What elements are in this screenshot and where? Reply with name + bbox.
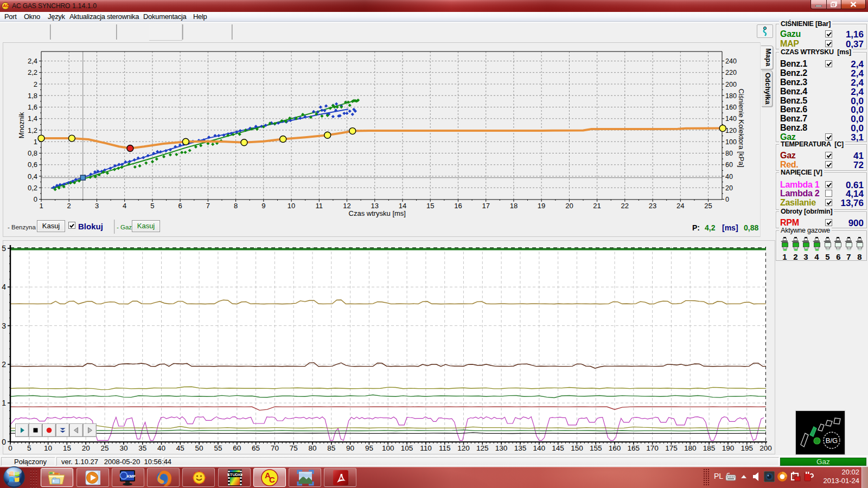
svg-text:95: 95	[365, 444, 373, 452]
svg-text:25: 25	[101, 444, 109, 452]
svg-text:20: 20	[82, 444, 90, 452]
svg-text:75: 75	[290, 444, 298, 452]
svg-text:90: 90	[346, 444, 354, 452]
svg-text:165: 165	[628, 444, 640, 452]
svg-text:4: 4	[2, 282, 6, 291]
svg-text:15: 15	[63, 444, 71, 452]
svg-text:155: 155	[590, 444, 602, 452]
svg-text:50: 50	[195, 444, 203, 452]
svg-text:5: 5	[27, 444, 31, 452]
svg-text:B/G: B/G	[826, 436, 838, 445]
svg-text:80: 80	[308, 444, 316, 452]
svg-text:110: 110	[420, 444, 432, 452]
svg-text:5: 5	[2, 244, 6, 253]
svg-text:STUDIO: STUDIO	[227, 472, 242, 477]
svg-text:35: 35	[138, 444, 146, 452]
svg-text:10: 10	[44, 444, 52, 452]
svg-text:0: 0	[8, 444, 12, 452]
svg-text:3: 3	[2, 322, 6, 330]
svg-text:0: 0	[2, 438, 6, 446]
svg-text:55: 55	[214, 444, 222, 452]
svg-text:145: 145	[552, 444, 564, 452]
svg-text:130: 130	[495, 444, 508, 452]
svg-text:125: 125	[476, 444, 489, 452]
svg-text:40: 40	[157, 444, 165, 452]
svg-text:200: 200	[760, 444, 772, 452]
svg-text:65: 65	[252, 444, 260, 452]
svg-text:100: 100	[382, 444, 394, 452]
svg-text:170: 170	[646, 444, 659, 452]
svg-text:140: 140	[533, 444, 546, 452]
svg-text:1: 1	[2, 399, 6, 407]
svg-text:120: 120	[457, 444, 470, 452]
svg-text:C: C	[269, 475, 275, 484]
svg-text:190: 190	[722, 444, 735, 452]
svg-text:160: 160	[609, 444, 621, 452]
svg-text:70: 70	[271, 444, 279, 452]
svg-text:30: 30	[119, 444, 127, 452]
svg-text:105: 105	[401, 444, 413, 452]
svg-text:150: 150	[571, 444, 583, 452]
svg-text:2: 2	[2, 360, 6, 369]
svg-text:60: 60	[233, 444, 241, 452]
svg-text:180: 180	[684, 444, 697, 452]
svg-text:175: 175	[665, 444, 678, 452]
svg-text:115: 115	[439, 444, 451, 452]
svg-text:195: 195	[741, 444, 753, 452]
svg-text:185: 185	[703, 444, 716, 452]
svg-text:45: 45	[176, 444, 184, 452]
svg-text:135: 135	[514, 444, 527, 452]
svg-text:KMP: KMP	[127, 474, 136, 478]
svg-text:85: 85	[327, 444, 335, 452]
